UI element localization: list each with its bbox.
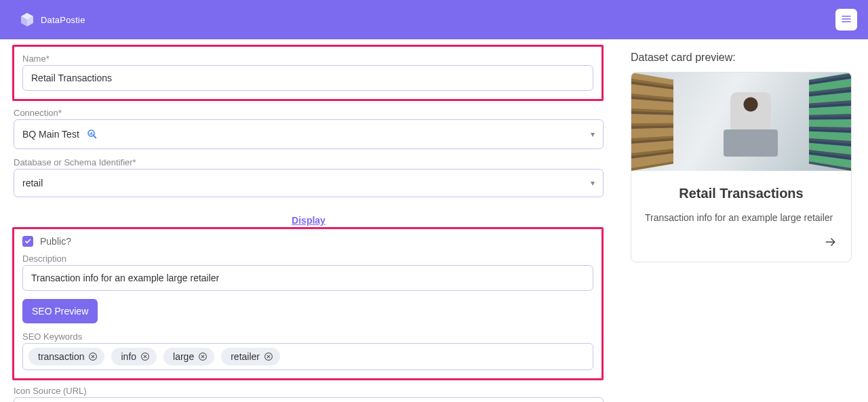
name-input[interactable] bbox=[22, 65, 593, 91]
public-checkbox[interactable] bbox=[22, 236, 33, 247]
name-label: Name* bbox=[22, 54, 593, 64]
preview-heading: Dataset card preview: bbox=[631, 52, 854, 64]
preview-column: Dataset card preview: Retail Transaction… bbox=[631, 39, 854, 402]
dataset-form: Name* Connection* BQ Main Test ▾ Databas… bbox=[14, 39, 604, 402]
chevron-down-icon: ▾ bbox=[591, 129, 595, 139]
card-image bbox=[631, 73, 851, 171]
keyword-chip: large bbox=[163, 348, 214, 365]
bigquery-icon bbox=[86, 128, 98, 140]
card-title: Retail Transactions bbox=[645, 186, 837, 201]
chevron-down-icon: ▾ bbox=[591, 178, 595, 188]
keyword-chip: transaction bbox=[28, 348, 104, 365]
brand-logo[interactable]: DataPostie bbox=[19, 12, 85, 28]
connection-value: BQ Main Test bbox=[22, 129, 79, 140]
seo-preview-button[interactable]: SEO Preview bbox=[22, 299, 98, 323]
icon-source-input[interactable] bbox=[14, 397, 604, 402]
keyword-chip: retailer bbox=[221, 348, 280, 365]
remove-chip-icon[interactable] bbox=[198, 352, 208, 361]
connection-select[interactable]: BQ Main Test ▾ bbox=[14, 119, 604, 149]
keyword-chip: info bbox=[111, 348, 157, 365]
schema-value: retail bbox=[22, 178, 43, 188]
app-header: DataPostie bbox=[0, 0, 868, 39]
dataset-card-preview: Retail Transactions Transaction info for… bbox=[631, 72, 852, 262]
name-field-highlight: Name* bbox=[12, 45, 604, 101]
description-input[interactable] bbox=[22, 265, 593, 291]
remove-chip-icon[interactable] bbox=[264, 352, 273, 361]
card-description: Transaction info for an example large re… bbox=[645, 212, 837, 223]
connection-label: Connection* bbox=[14, 108, 604, 118]
description-label: Description bbox=[22, 254, 593, 264]
cube-logo-icon bbox=[19, 12, 35, 28]
seo-keywords-input[interactable]: transaction info large retailer bbox=[22, 343, 593, 370]
display-fields-highlight: Public? Description SEO Preview SEO Keyw… bbox=[12, 227, 604, 380]
remove-chip-icon[interactable] bbox=[88, 352, 98, 361]
display-section-heading: Display bbox=[14, 215, 604, 226]
seo-keywords-label: SEO Keywords bbox=[22, 331, 593, 342]
icon-source-label: Icon Source (URL) bbox=[14, 386, 604, 396]
hamburger-menu-button[interactable] bbox=[835, 9, 857, 31]
hamburger-icon bbox=[841, 14, 852, 26]
schema-label: Database or Schema Identifier* bbox=[14, 157, 604, 167]
public-label: Public? bbox=[40, 236, 71, 247]
remove-chip-icon[interactable] bbox=[140, 352, 150, 361]
arrow-right-icon[interactable] bbox=[824, 235, 837, 251]
schema-select[interactable]: retail ▾ bbox=[14, 169, 604, 197]
brand-name: DataPostie bbox=[41, 15, 85, 25]
